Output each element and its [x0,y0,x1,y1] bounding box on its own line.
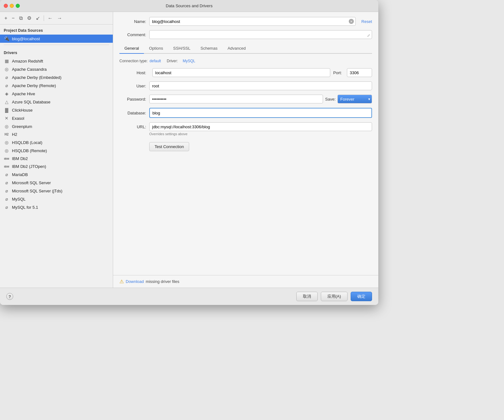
sidebar-item-hsqldb-local[interactable]: ◎ HSQLDB (Local) [0,138,113,146]
help-button[interactable]: ? [6,293,13,300]
settings-button[interactable]: ⚙ [26,14,33,22]
reset-button[interactable]: Reset [361,19,372,24]
sidebar-item-greenplum[interactable]: ◎ Greenplum [0,122,113,130]
sidebar-item-h2[interactable]: H2 H2 [0,130,113,138]
name-label: Name: [119,19,146,24]
save-select[interactable]: Forever Until restart Never [337,95,372,103]
driver-label: Exasol [12,116,24,121]
driver-label: MySQL [12,197,25,202]
mssql-icon: ⌀ [4,180,9,185]
copy-button[interactable]: ⧉ [18,15,24,22]
sidebar-item-clickhouse[interactable]: ▓ ClickHouse [0,106,113,114]
url-row: URL: Overrides settings above [119,122,372,136]
add-button[interactable]: + [3,15,8,22]
sidebar-item-exasol[interactable]: ✕ Exasol [0,114,113,122]
name-clear-button[interactable]: ✕ [349,19,354,24]
action-bar: ? 取消 应用(A) 确定 [0,288,378,305]
ok-button[interactable]: 确定 [351,292,372,301]
driver-label: Apache Derby (Remote) [12,83,56,88]
url-label: URL: [119,124,146,129]
ibmdb2-jtopen-icon: IBM [4,165,9,168]
datasource-label: blog@localhost [12,36,40,41]
sidebar-item-azure-sql[interactable]: △ Azure SQL Database [0,98,113,106]
comment-input[interactable] [149,30,372,39]
sidebar-item-mariadb[interactable]: ⌀ MariaDB [0,170,113,179]
window-title: Data Sources and Drivers [166,3,213,8]
sidebar-item-amazon-redshift[interactable]: ▦ Amazon Redshift [0,57,113,65]
sidebar-item-ibm-db2-jtopen[interactable]: IBM IBM Db2 (JTOpen) [0,163,113,170]
remove-button[interactable]: − [10,15,16,22]
sidebar-item-mysql51[interactable]: ⌀ MySQL for 5.1 [0,203,113,211]
greenplum-icon: ◎ [4,124,9,129]
bottom-buttons: 取消 应用(A) 确定 [296,292,372,301]
back-button[interactable]: ← [47,15,54,22]
sidebar-item-mssql[interactable]: ⌀ Microsoft SQL Server [0,179,113,187]
user-input[interactable] [149,81,372,90]
url-input[interactable] [149,122,372,131]
sidebar-item-blog-localhost[interactable]: 🔌 blog@localhost [0,35,113,43]
tab-ssh-ssl[interactable]: SSH/SSL [168,43,195,54]
maximize-button[interactable] [16,4,20,8]
comment-row: Comment: ⤢ [119,30,372,39]
close-button[interactable] [4,4,8,8]
host-input[interactable] [152,68,330,77]
password-label: Password: [119,97,146,102]
mariadb-icon: ⌀ [4,172,9,177]
tab-general[interactable]: General [119,43,144,54]
sidebar-item-apache-cassandra[interactable]: ◎ Apache Cassandra [0,65,113,73]
port-label: Port: [333,70,342,75]
database-label: Database: [119,111,146,115]
migrate-button[interactable]: ↙ [35,14,41,22]
traffic-lights [4,4,20,8]
sidebar-item-apache-derby-embedded[interactable]: ⌀ Apache Derby (Embedded) [0,73,113,81]
driver-label: MariaDB [12,172,28,177]
name-input[interactable] [149,17,356,26]
sidebar-item-apache-derby-remote[interactable]: ⌀ Apache Derby (Remote) [0,81,113,90]
tab-advanced[interactable]: Advanced [222,43,251,54]
minimize-button[interactable] [10,4,14,8]
connection-type-link[interactable]: default [150,59,161,63]
connection-type-prefix: Connection type: [119,59,148,63]
port-input[interactable] [347,68,372,77]
sidebar-item-mysql[interactable]: ⌀ MySQL [0,195,113,203]
bottom-bar: ⚠ Download missing driver files [113,275,378,288]
expand-icon: ⤢ [367,33,370,38]
warning-text: missing driver files [146,279,179,284]
cassandra-icon: ◎ [4,67,9,72]
ibmdb2-icon: IBM [4,157,9,160]
apply-button[interactable]: 应用(A) [321,292,348,301]
driver-label: HSQLDB (Remote) [12,148,47,153]
warning-icon: ⚠ [119,279,124,285]
password-input[interactable] [149,95,323,103]
database-icon: 🔌 [4,36,9,41]
hsqldb-local-icon: ◎ [4,140,9,145]
sidebar-item-apache-hive[interactable]: ◈ Apache Hive [0,90,113,98]
sidebar-item-mssql-jtds[interactable]: ⌀ Microsoft SQL Server (jTds) [0,187,113,195]
sidebar-item-hsqldb-remote[interactable]: ◎ HSQLDB (Remote) [0,146,113,155]
driver-label: Apache Hive [12,91,35,96]
cancel-button[interactable]: 取消 [296,292,318,301]
tab-schemas[interactable]: Schemas [195,43,222,54]
sidebar-content: Project Data Sources 🔌 blog@localhost Dr… [0,25,113,288]
url-note: Overrides settings above [149,132,188,136]
redshift-icon: ▦ [4,58,9,64]
derby-remote-icon: ⌀ [4,83,9,88]
database-row: Database: [119,108,372,118]
test-connection-button[interactable]: Test Connection [149,142,189,151]
driver-label: ClickHouse [12,108,33,113]
driver-label: Apache Cassandra [12,67,47,72]
tab-options[interactable]: Options [144,43,168,54]
download-link[interactable]: Download [126,279,144,284]
driver-label: Azure SQL Database [12,100,50,104]
sidebar-item-ibm-db2[interactable]: IBM IBM Db2 [0,155,113,163]
right-panel: Name: ✕ Reset Comment: ⤢ G [113,12,378,288]
driver-label: MySQL for 5.1 [12,205,38,210]
h2-icon: H2 [4,133,9,136]
forward-button[interactable]: → [56,15,63,22]
name-input-wrap: ✕ [149,17,356,26]
database-input[interactable] [149,108,372,118]
hsqldb-remote-icon: ◎ [4,148,9,153]
driver-link[interactable]: MySQL [183,59,195,63]
project-sources-label: Project Data Sources [0,25,113,35]
test-connection-section: Test Connection [119,139,372,151]
